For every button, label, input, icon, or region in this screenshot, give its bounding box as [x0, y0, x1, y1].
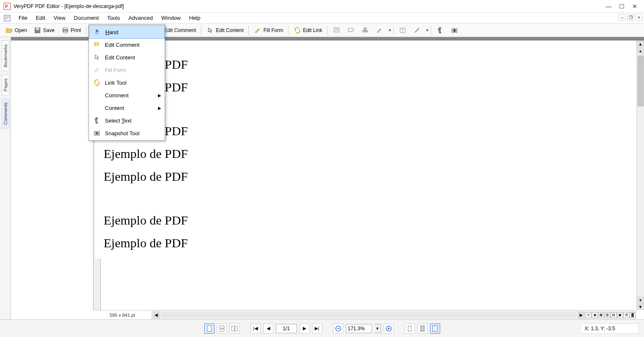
comment-tool-button[interactable] [344, 25, 358, 36]
pencil-icon [254, 27, 262, 34]
close-button[interactable]: ✕ [632, 3, 637, 10]
menu-file[interactable]: File [14, 13, 32, 22]
minimize-button[interactable]: — [606, 3, 612, 10]
scroll-up-step-button[interactable]: ▴ [637, 47, 644, 54]
menu-document[interactable]: Document [69, 13, 103, 22]
menu-item-fill-form: Fill Form [89, 64, 165, 76]
view-mode-8-button[interactable]: ▓ [630, 312, 636, 318]
menu-item-content-submenu[interactable]: Content ▶ [89, 102, 165, 114]
edit-link-button[interactable]: Edit Link [291, 25, 325, 36]
zoom-in-button[interactable] [384, 324, 394, 334]
title-bar: P VeryPDF PDF Editor - [Ejemplo-de-desca… [0, 0, 644, 13]
toolbar-separator [431, 26, 431, 35]
pencil-tool-button[interactable] [373, 25, 386, 36]
view-mode-3-button[interactable]: ▦ [598, 312, 604, 318]
facing-view-button[interactable] [230, 324, 240, 334]
toolbar-separator [249, 26, 249, 35]
svg-rect-30 [433, 326, 438, 332]
menu-item-comment-submenu[interactable]: Comment ▶ [89, 89, 165, 102]
zoom-level-input[interactable]: 171.3% [346, 324, 372, 333]
svg-rect-20 [232, 326, 234, 331]
svg-text:T: T [401, 28, 404, 32]
menu-edit[interactable]: Edit [32, 13, 49, 22]
zoom-dropdown-button[interactable]: ▼ [374, 324, 381, 333]
view-mode-6-button[interactable]: ▣ [617, 312, 623, 318]
mdi-minimize-button[interactable]: – [619, 14, 625, 21]
note-icon [333, 27, 340, 34]
hand-icon [94, 28, 101, 36]
snapshot-icon [93, 129, 101, 137]
line-tool-button[interactable] [410, 25, 424, 36]
menu-window[interactable]: Window [157, 13, 185, 22]
menu-advanced[interactable]: Advanced [124, 13, 157, 22]
link-tool-icon [93, 79, 101, 86]
menu-item-link-tool[interactable]: Link Tool [89, 76, 165, 89]
menu-item-edit-content[interactable]: Edit Content [89, 51, 165, 64]
view-mode-1-button[interactable]: ⊙ [585, 312, 591, 318]
menu-item-hand[interactable]: Hand [89, 25, 165, 39]
first-page-button[interactable]: |◀ [251, 324, 261, 334]
folder-open-icon [5, 27, 13, 34]
open-button[interactable]: Open [3, 25, 30, 36]
view-mode-5-button[interactable]: ▤ [611, 312, 617, 318]
comments-tab[interactable]: Comments [2, 99, 9, 128]
horizontal-scrollbar[interactable] [160, 312, 576, 318]
mdi-restore-button[interactable]: ❐ [627, 14, 634, 21]
scroll-down-step-button[interactable]: ▾ [637, 297, 644, 303]
print-icon [61, 27, 69, 34]
note-tool-button[interactable] [330, 25, 343, 36]
last-page-button[interactable]: ▶| [312, 324, 322, 334]
print-button[interactable]: Print [59, 25, 84, 36]
submenu-arrow-icon: ▶ [158, 93, 161, 98]
svg-point-33 [96, 132, 98, 134]
menu-tools[interactable]: Tools [103, 13, 124, 22]
scroll-left-button[interactable]: ◀ [153, 312, 160, 318]
vertical-scrollbar[interactable]: ▲ ▴ ▾ ▼ [636, 40, 644, 310]
fit-width-button[interactable] [430, 324, 440, 334]
save-button[interactable]: Save [31, 25, 57, 36]
pdf-text-line: Ejemplo de PDF [104, 124, 516, 138]
save-icon [34, 27, 41, 34]
svg-rect-21 [235, 326, 238, 331]
text-box-icon: T [399, 27, 406, 34]
menu-help[interactable]: Help [185, 13, 205, 22]
toolbar-separator [327, 26, 328, 35]
actual-size-button[interactable] [405, 324, 415, 334]
fit-page-button[interactable] [417, 324, 428, 334]
comment-edit-icon [93, 41, 101, 48]
snapshot-button[interactable] [448, 25, 461, 36]
menu-view[interactable]: View [49, 13, 69, 22]
mdi-close-button[interactable]: × [636, 14, 642, 21]
horizontal-scrollbar-area: 595 x 841 pt ◀ ▶ ⊙ ◉ ▦ ▥ ▤ ▣ ⊞ ▓ [93, 310, 636, 319]
page-number-input[interactable]: 1/1 [276, 324, 297, 333]
single-page-view-button[interactable] [204, 324, 214, 334]
scroll-up-button[interactable]: ▲ [637, 40, 644, 47]
drawing-dropdown-button[interactable]: ▼ [387, 27, 391, 33]
view-mode-7-button[interactable]: ⊞ [623, 312, 629, 318]
svg-rect-29 [421, 326, 424, 331]
stamp-tool-button[interactable] [358, 25, 372, 36]
continuous-view-button[interactable] [217, 324, 227, 334]
prev-page-button[interactable]: ◀ [263, 324, 273, 334]
fill-form-button[interactable]: Fill Form [251, 25, 286, 36]
view-mode-2-button[interactable]: ◉ [592, 312, 598, 318]
maximize-button[interactable]: ☐ [619, 3, 625, 10]
scroll-right-button[interactable]: ▶ [578, 312, 585, 318]
scrollbar-thumb[interactable] [638, 56, 644, 106]
next-page-button[interactable]: ▶ [299, 324, 310, 334]
zoom-out-button[interactable] [333, 324, 343, 334]
shape-dropdown-button[interactable]: ▼ [425, 27, 429, 33]
pages-tab[interactable]: Pages [2, 75, 9, 95]
select-text-button[interactable]: T [433, 25, 447, 36]
text-box-button[interactable]: T [396, 25, 409, 36]
status-bar: |◀ ◀ 1/1 ▶ ▶| 171.3% ▼ X: 1.3, Y: -3.5 [0, 319, 644, 337]
bookmarks-tab[interactable]: Bookmarks [2, 40, 9, 71]
menu-item-select-text[interactable]: T Select Text [89, 114, 165, 127]
menu-item-snapshot[interactable]: Snapshot Tool [89, 127, 165, 139]
svg-rect-18 [220, 326, 224, 328]
view-mode-4-button[interactable]: ▥ [604, 312, 610, 318]
menu-item-edit-comment[interactable]: Edit Comment [89, 38, 165, 51]
edit-content-button[interactable]: Edit Content [203, 25, 246, 36]
edit-comment-button[interactable]: Edit Comment [161, 26, 199, 35]
scroll-down-button[interactable]: ▼ [637, 303, 644, 310]
